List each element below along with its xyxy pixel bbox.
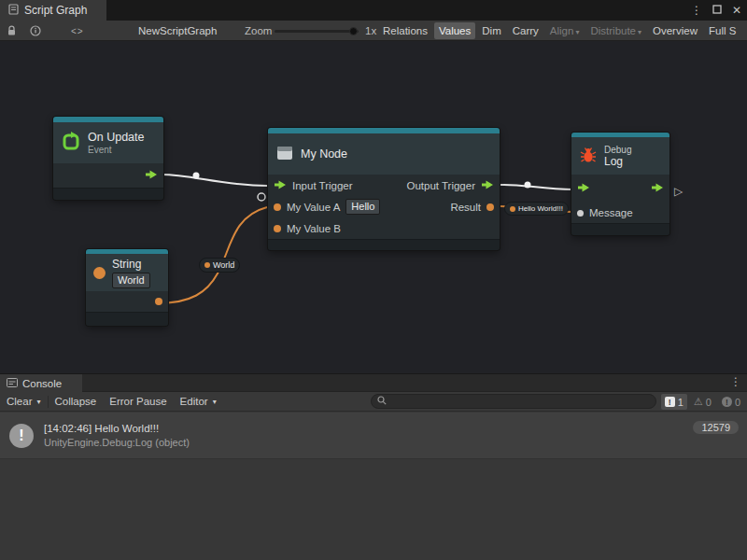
code-view-icon[interactable]: <> [71,21,84,41]
zoom-slider-knob[interactable] [349,27,358,35]
unity-window: Script Graph ⋮ ✕ <> NewScriptGraph Zoom … [0,0,747,560]
value-output-port[interactable] [486,203,494,211]
clear-button[interactable]: Clear ▾ [0,392,48,411]
zoom-value: 1x [365,21,376,41]
tab-console[interactable]: Console [0,374,82,392]
dim-button[interactable]: Dim [477,22,505,39]
string-node[interactable]: String World [86,249,168,326]
console-log-entry[interactable]: ! [14:02:46] Hello World!!! UnityEngine.… [0,413,747,459]
graph-toolbar: <> NewScriptGraph Zoom 1x Relations Valu… [0,21,747,41]
port-label: Message [589,207,633,218]
chevron-down-icon: ▾ [575,28,579,36]
log-icon: ! [665,397,675,407]
values-button[interactable]: Values [434,22,475,39]
overview-button[interactable]: Overview [648,22,702,39]
my-node[interactable]: My Node Input Trigger Output Trigger My … [268,128,500,250]
port-label: Output Trigger [406,180,475,191]
error-pause-button[interactable]: Error Pause [103,392,173,411]
bug-icon [579,147,598,166]
value-input-port[interactable] [274,203,281,211]
error-icon: ! [722,397,732,407]
graph-name-label: NewScriptGraph [138,21,217,41]
console-menu-kebab-icon[interactable]: ⋮ [730,375,741,388]
node-footer [571,223,669,235]
tab-menu-kebab-icon[interactable]: ⋮ [691,4,702,17]
trigger-output-port[interactable] [145,170,158,181]
fullscreen-button[interactable]: Full S [704,22,740,39]
debug-log-node[interactable]: Debug Log Message [571,133,669,235]
node-subtitle: Event [88,145,144,155]
warning-count-toggle[interactable]: ⚠ 0 [690,394,715,410]
log-count-toggle[interactable]: ! 1 [661,394,687,410]
zoom-label: Zoom [245,21,272,41]
node-title: Log [604,155,631,168]
lock-icon[interactable] [7,21,17,41]
console-panel: Console ⋮ Clear ▾ Collapse Error Pause E… [0,373,747,560]
trigger-input-port[interactable] [274,180,287,191]
zoom-slider[interactable] [275,21,359,41]
node-footer [268,239,500,250]
window-tab-bar: Script Graph ⋮ ✕ [0,0,747,21]
debug-log-header: Debug Log [571,137,669,175]
editor-dropdown[interactable]: Editor ▾ [174,392,223,411]
log-collapse-count-badge: 12579 [693,421,739,434]
trigger-output-port[interactable] [651,183,664,194]
log-message-icon: ! [9,424,34,448]
port-label: My Value A [287,202,340,213]
value-dot-icon [510,206,515,212]
search-icon [377,396,387,407]
tab-script-graph[interactable]: Script Graph [0,0,106,21]
node-icon [275,145,294,163]
port-label: Result [450,202,481,213]
carry-button[interactable]: Carry [508,22,543,39]
on-update-node[interactable]: On Update Event [53,117,163,200]
node-category: Debug [604,145,631,155]
log-stack-trace: UnityEngine.Debug:Log (object) [44,437,738,448]
value-output-port[interactable] [155,298,162,305]
maximize-icon[interactable] [712,4,722,17]
console-tab-title: Console [22,378,62,389]
node-title: String [112,258,150,271]
wire-value-bubble-world: World [199,258,240,273]
node-footer [86,312,168,326]
align-button[interactable]: Align▾ [545,22,585,39]
node-title: On Update [88,131,144,144]
my-node-header: My Node [268,133,500,175]
trigger-input-port[interactable] [577,183,590,194]
string-icon [93,267,106,279]
play-indicator-icon: ▷ [674,185,683,198]
collapse-button[interactable]: Collapse [49,392,104,411]
value-input-port[interactable] [577,210,584,217]
console-search[interactable] [371,394,656,409]
console-toolbar: Clear ▾ Collapse Error Pause Editor ▾ ! … [0,392,747,412]
relations-button[interactable]: Relations [378,22,432,39]
tab-title: Script Graph [24,4,87,17]
loop-event-icon [61,132,81,154]
node-title: My Node [301,147,347,161]
distribute-button[interactable]: Distribute▾ [585,22,646,39]
info-icon[interactable] [30,21,41,41]
node-footer [53,188,163,200]
string-value-field[interactable]: World [112,273,150,288]
chevron-down-icon: ▾ [213,398,217,406]
wire-value-bubble-hello-world: Hello World!!! [504,202,569,216]
graph-toolbar-buttons: Relations Values Dim Carry Align▾ Distri… [377,21,747,41]
port-label: Input Trigger [292,180,353,191]
my-value-a-field[interactable]: Hello [345,199,380,215]
script-graph-icon [8,4,19,18]
close-icon[interactable]: ✕ [732,4,741,17]
error-count-toggle[interactable]: ! 0 [718,394,744,410]
search-input[interactable] [390,396,650,407]
value-input-port[interactable] [274,225,281,232]
port-label: My Value B [287,223,341,234]
trigger-output-port[interactable] [481,180,494,191]
on-update-header: On Update Event [53,122,163,163]
log-message-text: [14:02:46] Hello World!!! [44,423,738,434]
warning-icon: ⚠ [694,397,703,407]
console-icon [7,378,18,389]
chevron-down-icon: ▾ [36,398,40,406]
console-tab-bar: Console ⋮ [0,374,747,392]
chevron-down-icon: ▾ [638,28,641,36]
string-header: String World [86,254,168,291]
value-dot-icon [204,262,210,268]
